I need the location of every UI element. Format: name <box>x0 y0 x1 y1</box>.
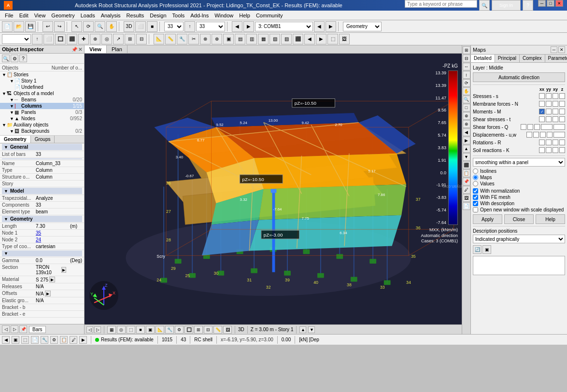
tb2-btn1[interactable]: ↑ <box>32 34 43 44</box>
tb2-btn17[interactable]: ▣ <box>223 34 234 44</box>
tab-geometry[interactable]: Geometry <box>0 136 31 143</box>
menu-community[interactable]: Community <box>253 12 286 19</box>
side-btn9[interactable]: ⊕ <box>463 112 470 120</box>
view-icon12[interactable]: 📏 <box>213 326 222 334</box>
tree-nodes[interactable]: ▼ ▲ Nodes 0/952 <box>0 115 84 122</box>
tree-expand-story1[interactable]: ▼ <box>10 79 14 84</box>
inspector-tb2[interactable]: ⚙ <box>11 55 18 62</box>
maps-check-q-yy[interactable] <box>527 124 533 130</box>
tb-rotate[interactable]: ⟳ <box>83 21 94 32</box>
tb2-btn23[interactable]: ⬛ <box>293 34 303 44</box>
maps-check-s-xx[interactable] <box>539 93 545 99</box>
tb2-btn14[interactable]: ✂ <box>188 34 199 44</box>
side-btn7[interactable]: 🔍 <box>463 96 470 103</box>
tree-expand-nodes[interactable]: ▼ <box>10 116 14 121</box>
side-btn11[interactable]: ◀ <box>463 128 470 136</box>
maps-apply-btn[interactable]: Apply <box>473 214 502 224</box>
side-btn2[interactable]: ⊟ <box>463 55 470 62</box>
tb-load-btn2[interactable]: ▶ <box>326 21 336 32</box>
tree-panels[interactable]: ▼ ▦ Panels 0/3 <box>0 109 84 115</box>
tree-expand-stories[interactable]: ▼ <box>2 72 7 77</box>
tb-undo[interactable]: ↩ <box>43 21 53 32</box>
maps-check-t-yy[interactable] <box>546 116 552 122</box>
view-icon7[interactable]: 🔧 <box>165 326 174 334</box>
tb-wireframe[interactable]: ⬜ <box>135 21 146 32</box>
side-btn1[interactable]: ⊞ <box>463 46 470 54</box>
maps-tab-principal[interactable]: Principal <box>495 55 520 62</box>
maps-close-btn[interactable]: ✕ <box>558 46 565 53</box>
menu-loads[interactable]: Loads <box>78 12 98 19</box>
cb-description[interactable] <box>473 201 478 206</box>
radio-maps-input[interactable] <box>473 175 478 180</box>
maps-check-t-xy[interactable] <box>553 116 558 122</box>
side-btn8[interactable]: □ <box>463 104 470 112</box>
tb2-btn27[interactable]: 🖼 <box>339 34 350 44</box>
cb-femesh[interactable] <box>473 195 478 200</box>
menu-tools[interactable]: Tools <box>170 12 188 19</box>
maps-check-k-xx[interactable] <box>539 147 545 153</box>
view-tab-view[interactable]: View <box>85 45 107 53</box>
tree-objects[interactable]: ▼ 🏗 Objects of a model <box>0 90 84 97</box>
section-expand-gamma[interactable]: ▼ <box>4 251 8 256</box>
view-nav-right[interactable]: ▷ <box>94 326 101 333</box>
maps-close-btn[interactable]: Close <box>504 214 534 224</box>
search-input[interactable] <box>405 0 477 8</box>
view-nav-left[interactable]: ◁ <box>86 326 93 333</box>
side-btn19[interactable]: 🖼 <box>463 194 470 202</box>
maps-check-n-xx[interactable] <box>539 101 545 107</box>
maps-check-s-z[interactable] <box>559 93 565 99</box>
maps-check-u-xy[interactable] <box>540 132 546 138</box>
side-btn3[interactable]: ↔ <box>463 63 470 70</box>
desc-btn2[interactable]: ▣ <box>482 245 491 254</box>
tb2-btn3[interactable]: 🔲 <box>55 34 66 44</box>
maps-check-t-xx[interactable] <box>539 116 545 122</box>
maps-check-q-extra[interactable] <box>553 124 565 130</box>
tb-assign2[interactable]: ▶ <box>243 21 254 32</box>
maps-check-m-z[interactable] <box>559 109 565 114</box>
minimize-btn[interactable]: ─ <box>538 0 546 7</box>
tree-stories[interactable]: ▼ 📋 Stories <box>0 71 84 78</box>
section-expand-model[interactable]: ▼ <box>4 189 8 194</box>
side-btn6[interactable]: ✋ <box>463 87 470 95</box>
maps-check-u-xx[interactable] <box>526 132 532 138</box>
tree-expand-columns[interactable]: ▼ <box>10 104 14 109</box>
maps-check-k-xy[interactable] <box>553 147 558 153</box>
side-btn12[interactable]: ▶ <box>463 137 470 144</box>
tb-3d[interactable]: 3D <box>124 21 134 32</box>
tb2-btn22[interactable]: ▨ <box>281 34 292 44</box>
view-icon10[interactable]: ⊞ <box>194 326 203 334</box>
sign-in-btn[interactable]: Sign In <box>492 0 521 11</box>
help-btn[interactable]: ? <box>523 0 533 11</box>
tb-assign1[interactable]: ◀ <box>232 21 242 32</box>
inspector-tb1[interactable]: 🔍 <box>2 55 10 62</box>
bottom-btn8[interactable]: 🖊 <box>70 336 77 344</box>
desc-positions-combo[interactable]: Indicated graphically <box>473 235 565 243</box>
tb-select[interactable]: ↖ <box>71 21 82 32</box>
tb2-btn18[interactable]: ▤ <box>235 34 245 44</box>
maps-check-q-z[interactable] <box>541 124 553 130</box>
tree-columns[interactable]: ▼ | Columns 1/15 <box>0 103 84 109</box>
load-case-combo[interactable]: 3: COMB1 <box>255 22 313 31</box>
bottom-btn2[interactable]: ▣ <box>12 336 19 344</box>
tree-expand-auxiliary[interactable]: ▼ <box>2 123 7 127</box>
maps-check-u-z[interactable] <box>547 132 553 138</box>
section-expand-geometry[interactable]: ▼ <box>4 217 8 222</box>
radio-isolines-input[interactable] <box>473 168 478 174</box>
side-btn14[interactable]: ▼ <box>463 153 470 161</box>
maps-check-r-yy[interactable] <box>546 140 552 145</box>
maximize-btn[interactable]: □ <box>547 0 554 7</box>
cb-openwindow[interactable] <box>473 207 478 212</box>
desc-btn1[interactable]: 🔄 <box>473 245 482 254</box>
close-btn[interactable]: ✕ <box>555 0 563 7</box>
tb2-btn10[interactable]: ⊟ <box>136 34 147 44</box>
tb2-btn26[interactable]: ⬚ <box>327 34 338 44</box>
maps-textarea[interactable] <box>473 256 565 275</box>
tree-expand-panels[interactable]: ▼ <box>10 110 14 115</box>
tb2-btn13[interactable]: 🔧 <box>177 34 187 44</box>
tb-render[interactable]: ■ <box>147 21 157 32</box>
menu-addins[interactable]: Add-Ins <box>187 12 212 19</box>
menu-analysis[interactable]: Analysis <box>98 12 124 19</box>
menu-design[interactable]: Design <box>147 12 169 19</box>
view-icon5[interactable]: ▣ <box>146 326 155 334</box>
bottom-btn3[interactable]: ⬚ <box>21 336 29 344</box>
